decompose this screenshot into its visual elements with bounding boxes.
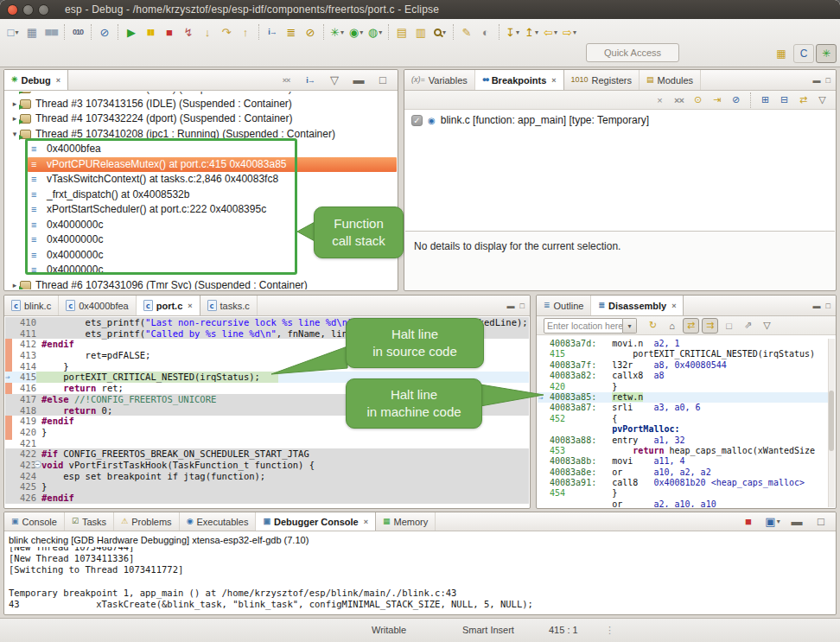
- disassembly-listing[interactable]: 40083a7d: movi.n a2, 1415 portEXIT_CRITI…: [538, 339, 835, 507]
- breakpoint-item[interactable]: ✓ ◉ blink.c [function: app_main] [type: …: [404, 110, 836, 126]
- tab-disassembly[interactable]: ≣ Disassembly ×: [591, 296, 684, 315]
- maximize-button[interactable]: □: [373, 71, 392, 90]
- stack-frame-row[interactable]: ≡_frxt_dispatch() at 0x4008532b: [5, 188, 397, 203]
- home-button[interactable]: ⌂: [664, 318, 680, 334]
- debug-call-stack-tree[interactable]: ▸Thread #2 1073413312 (IDLE) (Suspended …: [5, 92, 397, 289]
- close-icon[interactable]: ×: [551, 76, 556, 85]
- tab-debug[interactable]: ✳ Debug ×: [4, 70, 68, 90]
- minimize-icon[interactable]: ▬: [813, 76, 821, 85]
- forward-button[interactable]: ⇨▾: [560, 22, 579, 41]
- new-wizard-button[interactable]: □▾: [3, 22, 22, 41]
- debug-button[interactable]: ✳▾: [328, 22, 347, 41]
- instruction-stepping-mode-button[interactable]: i→: [301, 71, 320, 90]
- close-icon[interactable]: ×: [56, 76, 60, 85]
- terminate-button[interactable]: ■: [160, 22, 179, 41]
- sync-with-source-toggle[interactable]: ⇄: [683, 318, 699, 334]
- minimize-button[interactable]: ▬: [349, 71, 368, 90]
- tab-0x4000bfea[interactable]: c 0x4000bfea: [59, 296, 137, 315]
- window-maximize-button[interactable]: [38, 4, 49, 16]
- tab-variables[interactable]: (x)= Variables: [404, 70, 475, 90]
- link-with-debug-view-button[interactable]: ⇄: [795, 92, 811, 108]
- location-input[interactable]: Enter location here: [544, 318, 623, 334]
- instruction-stepping-button[interactable]: i→: [263, 22, 282, 41]
- terminate-button[interactable]: ■: [739, 512, 758, 531]
- tab-outline[interactable]: ≣ Outline: [537, 296, 591, 315]
- tab-memory[interactable]: ▦ Memory: [376, 512, 436, 531]
- disassembly-scrollbar[interactable]: [828, 339, 835, 507]
- step-into-button[interactable]: ↓: [198, 22, 217, 41]
- open-type-button[interactable]: ▤: [392, 22, 411, 41]
- next-annotation-button[interactable]: ↥▾: [522, 22, 541, 41]
- search-button[interactable]: ▾: [430, 22, 449, 41]
- tab-executables[interactable]: ◉ Executables: [180, 512, 257, 531]
- save-button[interactable]: ▦: [22, 22, 41, 41]
- maximize-icon[interactable]: □: [520, 302, 525, 310]
- refresh-button[interactable]: ↻: [645, 318, 661, 334]
- suspend-button[interactable]: ▮▮: [141, 22, 160, 41]
- stack-frame-row[interactable]: ≡0x4000bfea: [5, 142, 397, 157]
- window-close-button[interactable]: [7, 4, 18, 16]
- resume-button[interactable]: ▶: [122, 22, 141, 41]
- maximize-button[interactable]: □: [811, 512, 830, 531]
- mark-occurrences-button[interactable]: ✎: [457, 22, 476, 41]
- c-perspective-button[interactable]: C: [793, 44, 814, 63]
- trace-control-button[interactable]: ⊘: [301, 22, 320, 41]
- thread-row[interactable]: ▸Thread #4 1073432224 (dport) (Suspended…: [5, 111, 397, 127]
- expand-all-button[interactable]: ⊞: [757, 92, 773, 108]
- external-tools-button[interactable]: ◍▾: [366, 22, 385, 41]
- debug-perspective-button[interactable]: ✳: [816, 44, 837, 63]
- minimize-icon[interactable]: ▬: [813, 302, 821, 310]
- go-to-file-button[interactable]: ⇥: [709, 92, 725, 108]
- maximize-icon[interactable]: □: [826, 76, 830, 85]
- tab-console[interactable]: ▣ Console: [4, 512, 65, 531]
- view-menu-button[interactable]: ▽: [759, 318, 775, 334]
- back-button[interactable]: ⇦▾: [541, 22, 560, 41]
- tab-breakpoints[interactable]: ●● Breakpoints ×: [475, 70, 564, 90]
- remove-breakpoint-button[interactable]: ×: [652, 92, 668, 108]
- remove-all-terminated-button[interactable]: ××: [277, 71, 296, 90]
- minimize-button[interactable]: ▬: [787, 512, 806, 531]
- open-perspective-button[interactable]: ▦: [771, 44, 792, 63]
- save-all-button[interactable]: ▦▦: [41, 22, 60, 41]
- previous-annotation-button[interactable]: ↧▾: [503, 22, 522, 41]
- minimize-icon[interactable]: ▬: [507, 302, 515, 310]
- highlight-button[interactable]: ◐: [476, 22, 495, 41]
- tab-registers[interactable]: 1010 Registers: [564, 70, 640, 90]
- stack-frame-row[interactable]: ≡vPortCPUReleaseMutex() at port.c:415 0x…: [28, 157, 397, 173]
- binary-view-button[interactable]: 010: [68, 22, 87, 41]
- skip-all-breakpoints-toggle[interactable]: ⊘: [728, 92, 744, 108]
- run-button[interactable]: ◉▾: [347, 22, 366, 41]
- collapse-all-button[interactable]: ⊟: [776, 92, 792, 108]
- display-selected-console-button[interactable]: ▣▾: [763, 512, 782, 531]
- tab-tasks[interactable]: ☑ Tasks: [65, 512, 114, 531]
- stack-frame-row[interactable]: ≡vTaskSwitchContext() at tasks.c:2,846 0…: [5, 172, 397, 188]
- tab-blink-c[interactable]: c blink.c: [4, 296, 59, 315]
- tab-tasks-c[interactable]: c tasks.c: [200, 296, 258, 315]
- show-breakpoints-for-selection-button[interactable]: ⊙: [690, 92, 706, 108]
- close-icon[interactable]: ×: [188, 302, 192, 310]
- track-expression-toggle[interactable]: ⇉: [702, 318, 718, 334]
- open-in-new-view-button[interactable]: ⇗: [740, 318, 756, 334]
- tab-port-c[interactable]: c port.c ×: [137, 296, 200, 315]
- tab-modules[interactable]: ▤ Modules: [640, 70, 701, 90]
- remove-all-breakpoints-button[interactable]: ××: [671, 92, 687, 108]
- window-minimize-button[interactable]: [22, 4, 34, 16]
- tab-problems[interactable]: ⚠ Problems: [114, 512, 180, 531]
- open-resource-button[interactable]: ▥: [411, 22, 430, 41]
- chevron-down-icon[interactable]: ▾: [623, 318, 637, 334]
- stack-frame-row[interactable]: ≡0x4000000c: [5, 263, 397, 278]
- thread-row[interactable]: ▾Thread #5 1073410208 (ipc1 : Running) (…: [5, 127, 397, 143]
- disconnect-button[interactable]: ↯: [179, 22, 198, 41]
- close-icon[interactable]: ×: [364, 518, 368, 526]
- show-execution-context-button[interactable]: ≣: [282, 22, 301, 41]
- close-icon[interactable]: ×: [671, 302, 676, 310]
- fold-icon[interactable]: −: [34, 461, 41, 468]
- maximize-icon[interactable]: □: [826, 302, 830, 310]
- view-menu-button[interactable]: ▽: [814, 92, 830, 108]
- breakpoint-checkbox[interactable]: ✓: [411, 115, 423, 126]
- view-menu-button[interactable]: ▽: [325, 71, 344, 90]
- quick-access-box[interactable]: Quick Access: [586, 43, 679, 62]
- tab-debugger-console[interactable]: ▣ Debugger Console ×: [256, 512, 376, 531]
- thread-row[interactable]: ▸Thread #6 1073431096 (Tmr Svc) (Suspend…: [5, 278, 397, 290]
- new-view-button[interactable]: □: [721, 318, 737, 334]
